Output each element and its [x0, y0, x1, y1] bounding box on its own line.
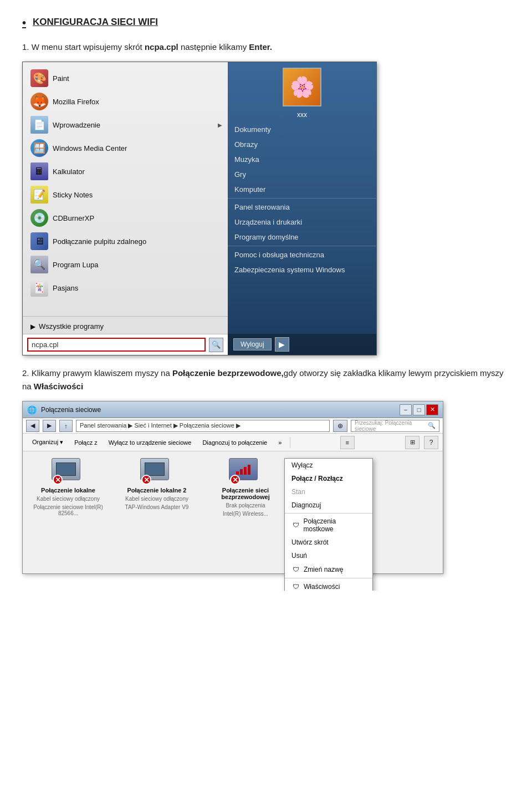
- ctx-skrot[interactable]: Utwórz skrót: [285, 536, 372, 549]
- ctx-mostkowe-label: Połączenia mostkowe: [304, 517, 366, 533]
- ctx-usun-label: Usuń: [291, 552, 307, 560]
- conn-item-local2[interactable]: ✕ Połączenie lokalne 2 Kabel sieciowy od…: [118, 458, 196, 510]
- sm-item-remote[interactable]: 🖥 Podłączanie pulpitu zdalnego: [23, 230, 228, 253]
- sm-search-input[interactable]: [27, 338, 206, 352]
- bar1: [236, 471, 239, 475]
- sm-right-panel[interactable]: Panel sterowania: [228, 200, 376, 215]
- sm-item-firefox[interactable]: 🦊 Mozilla Firefox: [23, 90, 228, 113]
- conn-sub1-wireless: Brak połączenia: [226, 502, 265, 509]
- screen-local2: [145, 462, 165, 476]
- ctx-zmien[interactable]: 🛡 Zmień nazwę: [285, 562, 372, 577]
- layout-button[interactable]: ⊞: [405, 436, 420, 449]
- conn-sub2-wireless: Intel(R) Wireless...: [223, 511, 268, 517]
- toolbar-organizuj[interactable]: Organizuj ▾: [27, 436, 68, 448]
- ctx-diagnozuj-label: Diagnozuj: [291, 501, 321, 509]
- sm-right-obrazy-label: Obrazy: [234, 140, 258, 149]
- step1-text-middle: następnie klikamy: [178, 42, 249, 52]
- conn-sub1-local2: Kabel sieciowy odłączony: [125, 496, 188, 502]
- sm-right-zabezpieczenia[interactable]: Zabezpieczenia systemu Windows: [228, 262, 376, 277]
- sm-right-items: Dokumenty Obrazy Muzyka Gry Komputer Pan…: [228, 122, 376, 334]
- sm-item-wprowadzenie[interactable]: 📄 Wprowadzenie ▶: [23, 113, 228, 136]
- sm-right-gry-label: Gry: [234, 170, 246, 179]
- sm-right-programy[interactable]: Programy domyślne: [228, 230, 376, 245]
- sm-all-programs-label: Wszystkie programy: [39, 322, 104, 331]
- conn-icon-area-local2: ✕: [140, 458, 173, 485]
- maximize-button[interactable]: □: [413, 404, 425, 415]
- arrow-icon: ▶: [218, 122, 222, 128]
- user-avatar: 🌸: [283, 68, 321, 106]
- ctx-zmien-label: Zmień nazwę: [304, 566, 343, 573]
- toolbar-polacz[interactable]: Połącz z: [69, 437, 103, 448]
- remote-icon: 🖥: [30, 232, 48, 250]
- ctx-diagnozuj[interactable]: Diagnozuj: [285, 499, 372, 512]
- sm-right-gry[interactable]: Gry: [228, 167, 376, 182]
- calc-icon: 🖩: [30, 162, 48, 180]
- wprowadzenie-icon: 📄: [30, 116, 48, 134]
- ctx-skrot-label: Utwórz skrót: [291, 538, 329, 546]
- sm-item-lupa[interactable]: 🔍 Program Lupa: [23, 253, 228, 276]
- close-button[interactable]: ✕: [426, 404, 438, 415]
- view-button[interactable]: ≡: [340, 436, 355, 449]
- conn-title-wireless: Połączenie sieci bezprzewodowej: [207, 487, 284, 500]
- ctx-usun[interactable]: Usuń: [285, 549, 372, 562]
- ctx-wylacz[interactable]: Wyłącz: [285, 459, 372, 472]
- toolbar-more[interactable]: »: [273, 437, 287, 448]
- sm-all-programs[interactable]: ▶ Wszystkie programy: [23, 319, 228, 334]
- address-path[interactable]: Panel sterowania ▶ Sieć i Internet ▶ Poł…: [76, 420, 330, 432]
- sm-right-pomoc[interactable]: Pomoc i obsługa techniczna: [228, 247, 376, 262]
- help-button[interactable]: ?: [424, 436, 438, 449]
- sm-right-obrazy[interactable]: Obrazy: [228, 137, 376, 152]
- sm-right-urzadzenia[interactable]: Urządzenia i drukarki: [228, 215, 376, 230]
- paint-icon: 🎨: [30, 69, 48, 87]
- connections-content: ✕ Połączenie lokalne Kabel sieciowy odłą…: [23, 451, 443, 573]
- conn-sub2-local2: TAP-Windows Adapter V9: [125, 504, 189, 510]
- up-button[interactable]: ↑: [59, 420, 73, 432]
- sm-item-lupa-label: Program Lupa: [53, 261, 222, 269]
- ctx-mostkowe[interactable]: 🛡 Połączenia mostkowe: [285, 515, 372, 536]
- cdburn-icon: 💿: [30, 209, 48, 227]
- sm-item-wmc[interactable]: 🪟 Windows Media Center: [23, 136, 228, 160]
- sm-item-kalkulator-label: Kalkulator: [53, 167, 222, 176]
- search-icon: 🔍: [428, 422, 436, 429]
- connections-area: ✕ Połączenie lokalne Kabel sieciowy odłą…: [23, 451, 443, 573]
- bar4: [248, 465, 250, 475]
- minimize-button[interactable]: −: [400, 404, 412, 415]
- conn-title-local1: Połączenie lokalne: [41, 487, 95, 494]
- sm-right-divider1: [228, 198, 376, 199]
- ctx-polacz[interactable]: Połącz / Rozłącz: [285, 472, 372, 485]
- step1-bold2: Enter.: [249, 42, 272, 52]
- ctx-wlasciwosci[interactable]: 🛡 Właściwości: [285, 580, 372, 591]
- sm-right-komputer[interactable]: Komputer: [228, 182, 376, 197]
- step2-text: 2. Klikamy prawym klawiszem myszy na Poł…: [22, 367, 510, 393]
- conn-sub2-local1: Połączenie sieciowe Intel(R) 82566...: [29, 504, 107, 516]
- lupa-icon: 🔍: [30, 256, 48, 273]
- sm-item-paint[interactable]: 🎨 Paint: [23, 67, 228, 90]
- sm-divider: [23, 316, 228, 317]
- ctx-stan: Stan: [285, 485, 372, 499]
- ctx-divider1: [285, 513, 372, 514]
- sm-right-muzyka[interactable]: Muzyka: [228, 152, 376, 167]
- conn-icon-area-local1: ✕: [52, 458, 85, 485]
- start-menu-left: 🎨 Paint 🦊 Mozilla Firefox 📄 Wprowadzenie…: [23, 62, 228, 355]
- sm-item-pasjans[interactable]: 🃏 Pasjans: [23, 276, 228, 299]
- step1-text: 1. W menu start wpisujemy skrót ncpa.cpl…: [22, 40, 510, 54]
- forward-button[interactable]: ▶: [43, 420, 56, 432]
- sm-item-sticky[interactable]: 📝 Sticky Notes: [23, 183, 228, 206]
- sm-logout-button[interactable]: Wyloguj: [233, 338, 272, 350]
- sm-item-cdburn[interactable]: 💿 CDBurnerXP: [23, 206, 228, 230]
- sm-right-dokumenty[interactable]: Dokumenty: [228, 122, 376, 137]
- search-box[interactable]: Przeszukaj: Połączenia sieciowe 🔍: [351, 420, 439, 432]
- toolbar-diagnozuj[interactable]: Diagnozuj to połączenie: [197, 437, 272, 448]
- back-button[interactable]: ◀: [26, 420, 39, 432]
- conn-item-wireless[interactable]: ✕ Połączenie sieci bezprzewodowej Brak p…: [207, 458, 284, 517]
- ctx-wylacz-label: Wyłącz: [291, 461, 313, 469]
- ctx-polacz-label: Połącz / Rozłącz: [291, 475, 343, 482]
- firefox-icon: 🦊: [30, 93, 48, 110]
- sm-item-kalkulator[interactable]: 🖩 Kalkulator: [23, 160, 228, 183]
- toolbar-wylacz[interactable]: Wyłącz to urządzenie sieciowe: [104, 437, 197, 448]
- sm-power-button[interactable]: ▶: [275, 337, 289, 352]
- heading-text: KONFIGURACJA SIECI WIFI: [33, 17, 158, 28]
- go-button[interactable]: ⊕: [333, 420, 347, 432]
- sm-search-button[interactable]: 🔍: [209, 338, 223, 352]
- conn-item-local1[interactable]: ✕ Połączenie lokalne Kabel sieciowy odłą…: [29, 458, 107, 516]
